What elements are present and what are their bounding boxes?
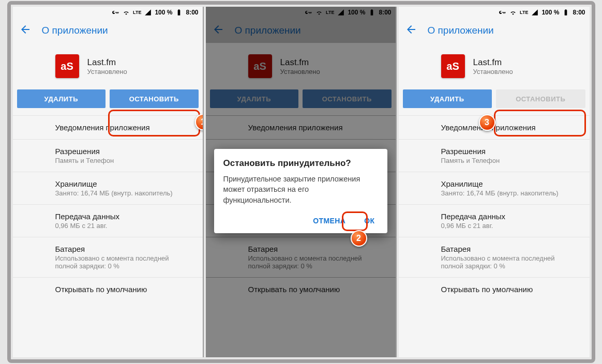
screen-3: LTE 100 % 8:00 О приложении aS Last.fm У… xyxy=(399,7,590,357)
list-sub: 0,96 МБ с 21 авг. xyxy=(441,222,574,230)
data-item[interactable]: Передача данных 0,96 МБ с 21 авг. xyxy=(13,204,203,237)
list-label: Уведомления приложения xyxy=(441,123,574,132)
header: О приложении xyxy=(13,18,203,43)
list-label: Хранилище xyxy=(441,179,574,188)
list-sub: Занято: 16,74 МБ (внутр. накопитель) xyxy=(55,189,187,197)
defaults-item[interactable]: Открывать по умолчанию xyxy=(13,277,203,301)
back-button[interactable] xyxy=(405,23,417,38)
header: О приложении xyxy=(399,18,590,43)
battery-icon xyxy=(175,9,183,16)
dialog-message: Принудительное закрытие приложения может… xyxy=(223,174,378,205)
list-label: Уведомления приложения xyxy=(55,123,187,132)
list-label: Передача данных xyxy=(55,212,187,221)
battery-icon xyxy=(562,9,569,16)
list-label: Открывать по умолчанию xyxy=(55,285,187,294)
list-sub: Занято: 16,74 МБ (внутр. накопитель) xyxy=(441,189,574,197)
list-sub: Использовано с момента последней полной … xyxy=(55,254,187,270)
list-label: Передача данных xyxy=(441,212,574,221)
force-stop-button-disabled: ОСТАНОВИТЬ xyxy=(496,89,585,108)
app-info-block: aS Last.fm Установлено xyxy=(13,43,203,89)
storage-item[interactable]: Хранилище Занято: 16,74 МБ (внутр. накоп… xyxy=(13,172,203,204)
list-sub: Использовано с момента последней полной … xyxy=(441,254,574,270)
page-title: О приложении xyxy=(42,25,108,36)
tutorial-container: LTE 100 % 8:00 О приложении aS Last.fm У… xyxy=(7,1,595,363)
list-sub: Память и Телефон xyxy=(441,157,574,164)
clock-label: 8:00 xyxy=(573,9,585,16)
list-sub: Память и Телефон xyxy=(55,157,187,164)
defaults-item[interactable]: Открывать по умолчанию xyxy=(399,277,590,301)
battery-label: 100 % xyxy=(541,9,559,16)
notifications-item[interactable]: Уведомления приложения xyxy=(399,115,590,139)
list-label: Открывать по умолчанию xyxy=(441,285,574,294)
statusbar: LTE 100 % 8:00 xyxy=(13,7,203,18)
app-icon: aS xyxy=(441,54,465,78)
uninstall-button[interactable]: УДАЛИТЬ xyxy=(403,89,492,108)
battery-label: 100 % xyxy=(155,9,172,16)
back-arrow-icon xyxy=(405,23,417,36)
page-title: О приложении xyxy=(428,25,494,36)
list-sub: 0,96 МБ с 21 авг. xyxy=(55,222,187,230)
battery-item[interactable]: Батарея Использовано с момента последней… xyxy=(13,237,203,277)
clock-label: 8:00 xyxy=(186,9,198,16)
list-label: Хранилище xyxy=(55,179,187,188)
list-label: Батарея xyxy=(441,245,574,253)
force-stop-dialog: Остановить принудительно? Принудительное… xyxy=(214,149,387,233)
uninstall-button[interactable]: УДАЛИТЬ xyxy=(17,89,106,108)
app-icon: aS xyxy=(55,54,79,78)
data-item[interactable]: Передача данных0,96 МБ с 21 авг. xyxy=(399,204,590,237)
wifi-icon xyxy=(509,9,517,16)
back-arrow-icon xyxy=(19,23,32,36)
back-button[interactable] xyxy=(19,23,32,38)
key-icon xyxy=(499,9,506,16)
list-label: Батарея xyxy=(55,245,187,253)
lte-label: LTE xyxy=(520,10,528,15)
lte-label: LTE xyxy=(133,10,141,15)
screen-1: LTE 100 % 8:00 О приложении aS Last.fm У… xyxy=(13,7,204,357)
statusbar: LTE 100 % 8:00 xyxy=(399,7,590,18)
key-icon xyxy=(112,9,119,16)
app-status: Установлено xyxy=(87,68,127,75)
signal-icon xyxy=(531,9,538,16)
notifications-item[interactable]: Уведомления приложения xyxy=(13,115,203,139)
dialog-cancel-button[interactable]: ОТМЕНА xyxy=(310,213,349,229)
dialog-ok-button[interactable]: ОК xyxy=(361,213,378,229)
app-info-block: aS Last.fm Установлено xyxy=(399,43,590,89)
permissions-item[interactable]: Разрешения Память и Телефон xyxy=(13,139,203,172)
screen-2: LTE 100 % 8:00 О приложении aS Last.fm У… xyxy=(206,7,397,357)
dialog-title: Остановить принудительно? xyxy=(223,158,378,169)
list-label: Разрешения xyxy=(55,147,187,156)
app-name: Last.fm xyxy=(87,57,127,68)
storage-item[interactable]: ХранилищеЗанято: 16,74 МБ (внутр. накопи… xyxy=(399,172,590,204)
list-label: Разрешения xyxy=(441,147,574,156)
app-name: Last.fm xyxy=(473,57,513,68)
app-status: Установлено xyxy=(473,68,513,75)
wifi-icon xyxy=(123,9,130,16)
signal-icon xyxy=(144,9,152,16)
battery-item[interactable]: БатареяИспользовано с момента последней … xyxy=(399,237,590,277)
force-stop-button[interactable]: ОСТАНОВИТЬ xyxy=(110,89,199,108)
permissions-item[interactable]: РазрешенияПамять и Телефон xyxy=(399,139,590,172)
